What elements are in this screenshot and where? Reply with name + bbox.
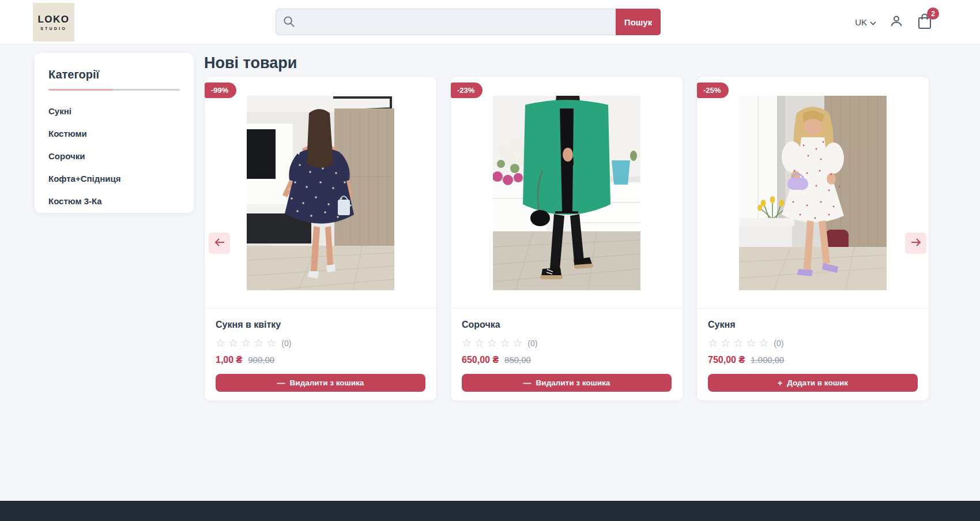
categories-sidebar: Категорії Сукні Костюми Сорочки Кофта+Сп…	[35, 53, 194, 213]
sidebar-item-suits[interactable]: Костюми	[48, 122, 180, 145]
language-label: UK	[855, 17, 867, 27]
new-products-carousel: -99%	[204, 76, 929, 401]
product-rating: (0)	[216, 338, 425, 348]
product-info: Сорочка (0) 650,00 ₴ 850,00 — Видалити з…	[451, 309, 683, 392]
product-prices: 750,00 ₴ 1.000,00	[708, 355, 918, 365]
cta-label: Додати в кошик	[787, 378, 848, 387]
rating-count: (0)	[527, 339, 537, 348]
star-icon	[266, 338, 276, 348]
sidebar-item-shirts[interactable]: Сорочки	[48, 145, 180, 167]
star-icon	[512, 338, 522, 348]
product-prices: 1,00 ₴ 900,00	[216, 355, 425, 365]
product-name[interactable]: Сукня	[708, 320, 918, 330]
discount-badge: -25%	[697, 83, 729, 98]
product-image-link[interactable]	[205, 77, 436, 309]
logo-tagline: STUDIO	[40, 27, 67, 31]
logo-name: LOKO	[37, 14, 69, 25]
chevron-down-icon	[870, 17, 876, 27]
current-price: 750,00 ₴	[708, 355, 745, 365]
product-image-link[interactable]	[451, 77, 683, 309]
current-price: 1,00 ₴	[216, 355, 242, 365]
rating-count: (0)	[774, 339, 783, 348]
sidebar-item-dresses[interactable]: Сукні	[48, 100, 180, 122]
plus-icon: +	[778, 378, 782, 388]
product-name[interactable]: Сорочка	[462, 320, 672, 330]
product-image	[247, 96, 394, 290]
product-rating: (0)	[708, 338, 918, 348]
product-name[interactable]: Сукня в квітку	[216, 320, 425, 330]
cart-count-badge: 2	[927, 8, 939, 20]
remove-from-cart-button[interactable]: — Видалити з кошика	[462, 374, 672, 392]
product-prices: 650,00 ₴ 850,00	[462, 355, 672, 365]
search-icon	[282, 15, 296, 31]
product-card: -23%	[450, 76, 683, 401]
carousel-next-button[interactable]	[905, 233, 926, 254]
minus-icon: —	[277, 378, 285, 388]
search-button[interactable]: Пошук	[616, 9, 661, 35]
star-icon	[216, 338, 225, 348]
arrow-left-icon	[214, 238, 225, 249]
sidebar-item-top-skirt[interactable]: Кофта+Спідниця	[48, 167, 180, 190]
star-icon	[474, 338, 484, 348]
product-image	[493, 96, 640, 290]
remove-from-cart-button[interactable]: — Видалити з кошика	[216, 374, 425, 392]
discount-badge: -99%	[205, 83, 236, 98]
product-image-link[interactable]	[697, 77, 929, 309]
sidebar-divider	[48, 89, 180, 91]
star-icon	[721, 338, 730, 348]
product-card: -25%	[696, 76, 929, 401]
star-icon	[733, 338, 743, 348]
cta-label: Видалити з кошика	[290, 378, 364, 387]
sidebar-title: Категорії	[48, 68, 180, 81]
search-bar: Пошук	[276, 9, 661, 35]
sidebar-item-suit-3[interactable]: Костюм 3-Ка	[48, 190, 180, 212]
old-price: 850,00	[504, 355, 531, 365]
cta-label: Видалити з кошика	[536, 378, 610, 387]
minus-icon: —	[523, 378, 532, 388]
old-price: 1.000,00	[751, 355, 784, 365]
old-price: 900,00	[248, 355, 274, 365]
search-input[interactable]	[276, 9, 616, 35]
user-icon	[889, 14, 904, 31]
product-card: -99%	[204, 76, 437, 401]
discount-badge: -23%	[451, 83, 483, 98]
current-price: 650,00 ₴	[462, 355, 499, 365]
logo[interactable]: LOKO STUDIO	[33, 3, 74, 42]
star-icon	[500, 338, 510, 348]
star-icon	[254, 338, 263, 348]
header: LOKO STUDIO Пошук UK	[0, 0, 980, 44]
star-icon	[759, 338, 768, 348]
product-info: Сукня (0) 750,00 ₴ 1.000,00 + Додати в к…	[697, 309, 929, 392]
star-icon	[462, 338, 472, 348]
arrow-right-icon	[910, 238, 922, 249]
product-info: Сукня в квітку (0) 1,00 ₴ 900,00 — Видал…	[205, 309, 436, 392]
language-selector[interactable]: UK	[855, 17, 876, 27]
star-icon	[487, 338, 497, 348]
product-rating: (0)	[462, 338, 672, 348]
cart-button[interactable]: 2	[917, 13, 933, 32]
category-nav: Сукні Костюми Сорочки Кофта+Спідниця Кос…	[48, 100, 180, 212]
star-icon	[241, 338, 251, 348]
header-controls: UK 2	[855, 0, 933, 44]
star-icon	[228, 338, 238, 348]
rating-count: (0)	[281, 339, 291, 348]
product-cards: -99%	[204, 76, 929, 401]
product-image	[739, 96, 887, 290]
star-icon	[708, 338, 718, 348]
footer	[0, 501, 980, 521]
carousel-prev-button[interactable]	[209, 233, 230, 254]
account-button[interactable]	[889, 14, 904, 31]
star-icon	[746, 338, 756, 348]
page-title: Нові товари	[204, 54, 297, 72]
add-to-cart-button[interactable]: + Додати в кошик	[708, 374, 918, 392]
